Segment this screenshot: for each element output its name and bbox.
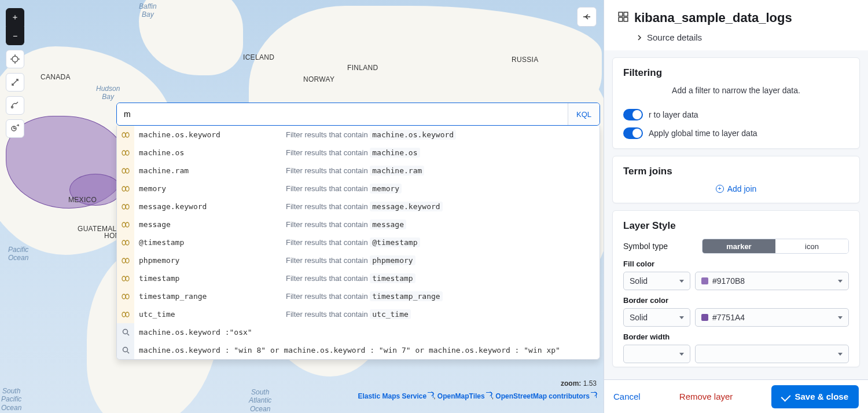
chevron-down-icon (838, 280, 843, 283)
svg-point-24 (122, 276, 126, 281)
zoom-in-button[interactable]: ＋ (6, 8, 24, 27)
field-icon (117, 215, 134, 233)
suggestion-field: machine.os (134, 148, 286, 157)
color-swatch (701, 277, 708, 284)
zoom-indicator: zoom: 1.53 (561, 379, 597, 388)
external-link-icon (591, 392, 597, 398)
suggestion-description: Filter results that contain message (286, 220, 406, 229)
panel-footer: Cancel Remove layer Save & close (604, 379, 868, 413)
suggestion-field: message (134, 220, 286, 229)
apply-global-time-switch[interactable] (623, 127, 643, 139)
remove-layer-button[interactable]: Remove layer (679, 392, 733, 401)
external-link-icon (486, 392, 492, 398)
chevron-down-icon (838, 316, 843, 319)
map-label-finland: FINLAND (347, 64, 378, 72)
attrib-osm-link[interactable]: OpenStreetMap contributors (495, 392, 590, 400)
border-width-value-select[interactable] (695, 345, 849, 363)
suggestion-item[interactable]: messageFilter results that contain messa… (117, 215, 599, 233)
field-icon (117, 233, 134, 251)
panel-title-text: kibana_sample_data_logs (634, 10, 792, 25)
field-icon (117, 144, 134, 162)
svg-rect-35 (624, 12, 628, 16)
suggestion-field: memory (134, 184, 286, 193)
collapse-panel-button[interactable] (577, 7, 597, 27)
layer-style-card: Layer Style Symbol type marker icon Fill… (612, 210, 860, 367)
tools-button[interactable] (6, 96, 24, 115)
fit-bounds-button[interactable] (6, 73, 24, 92)
suggestion-description: Filter results that contain timestamp (286, 274, 415, 283)
field-icon (117, 287, 134, 305)
chevron-down-icon (679, 316, 684, 319)
map-label-pacific: PacificOcean (8, 246, 28, 262)
attrib-ems-link[interactable]: Elastic Maps Service (358, 392, 426, 400)
map-label-iceland: ICELAND (243, 53, 274, 61)
search-icon (117, 323, 134, 341)
svg-point-15 (126, 187, 129, 191)
svg-point-11 (126, 151, 129, 155)
suggestion-description: Filter results that contain machine.ram (286, 166, 424, 175)
border-color-value-select[interactable]: #7751A4 (695, 308, 849, 327)
border-width-mode-select[interactable] (623, 345, 690, 363)
svg-rect-36 (619, 17, 623, 21)
suggestion-item[interactable]: machine.os.keywordFilter results that co… (117, 126, 599, 144)
svg-point-22 (122, 258, 126, 263)
suggestion-item[interactable]: utc_timeFilter results that contain utc_… (117, 305, 599, 323)
map-label-canada: CANADA (41, 73, 71, 81)
suggestion-item[interactable]: message.keywordFilter results that conta… (117, 198, 599, 215)
suggestion-description: Filter results that contain memory (286, 184, 402, 193)
zoom-out-button[interactable]: − (6, 27, 24, 45)
svg-point-14 (122, 187, 126, 191)
symbol-type-marker[interactable]: marker (703, 239, 775, 253)
symbol-type-icon[interactable]: icon (775, 239, 848, 253)
map-label-russia: RUSSIA (512, 56, 538, 64)
symbol-type-toggle: marker icon (702, 239, 849, 254)
map-label-hudson-bay: HudsonBay (96, 85, 120, 101)
filter-query-bar: KQL (116, 103, 600, 126)
svg-line-33 (127, 352, 129, 353)
svg-point-19 (126, 222, 129, 227)
svg-point-26 (122, 294, 126, 299)
svg-point-10 (122, 151, 126, 155)
check-icon (781, 392, 791, 401)
suggestion-item[interactable]: memoryFilter results that contain memory (117, 180, 599, 198)
suggestion-item[interactable]: timestampFilter results that contain tim… (117, 269, 599, 287)
timeline-button[interactable] (6, 119, 24, 138)
suggestion-item[interactable]: machine.osFilter results that contain ma… (117, 144, 599, 162)
map-canvas[interactable]: CANADA ICELAND NORWAY FINLAND RUSSIA MEX… (0, 0, 604, 413)
fill-color-value-select[interactable]: #9170B8 (695, 272, 849, 290)
suggestion-item[interactable]: @timestampFilter results that contain @t… (117, 233, 599, 251)
suggestion-item[interactable]: machine.ramFilter results that contain m… (117, 162, 599, 180)
suggestion-item[interactable]: phpmemoryFilter results that contain php… (117, 251, 599, 269)
suggestion-item[interactable]: timestamp_rangeFilter results that conta… (117, 287, 599, 305)
field-icon (117, 126, 134, 144)
apply-global-time-label: Apply global time to layer data (649, 129, 757, 138)
source-details-toggle[interactable]: Source details (618, 25, 854, 46)
svg-point-17 (126, 204, 129, 209)
add-join-link[interactable]: + Add join (623, 184, 849, 193)
border-color-mode-select[interactable]: Solid (623, 308, 690, 327)
fill-color-mode-select[interactable]: Solid (623, 272, 690, 290)
filter-query-input[interactable] (117, 103, 568, 125)
kql-toggle[interactable]: KQL (568, 103, 599, 125)
suggestion-item[interactable]: machine.os.keyword :"osx" (117, 323, 599, 341)
attrib-omt-link[interactable]: OpenMapTiles (437, 392, 485, 400)
apply-global-filter-switch[interactable] (623, 109, 643, 120)
suggestion-item[interactable]: machine.os.keyword : "win 8" or machine.… (117, 341, 599, 359)
suggestion-description: Filter results that contain machine.os (286, 148, 420, 157)
cancel-button[interactable]: Cancel (613, 392, 641, 401)
svg-point-12 (122, 169, 126, 173)
map-label-mexico: MEXICO (68, 196, 97, 204)
plus-icon: + (716, 185, 724, 193)
apply-global-filter-label: r to layer data (649, 110, 698, 119)
svg-line-31 (127, 334, 129, 335)
save-close-button[interactable]: Save & close (771, 385, 859, 408)
map-controls: ＋ − (6, 8, 24, 138)
map-label-norway: NORWAY (303, 75, 334, 83)
svg-point-29 (126, 312, 129, 317)
svg-point-18 (122, 222, 126, 227)
field-icon (117, 251, 134, 269)
locate-button[interactable] (6, 50, 24, 68)
suggestion-description: Filter results that contain message.keyw… (286, 202, 443, 211)
search-icon (117, 341, 134, 359)
svg-point-30 (123, 330, 127, 334)
